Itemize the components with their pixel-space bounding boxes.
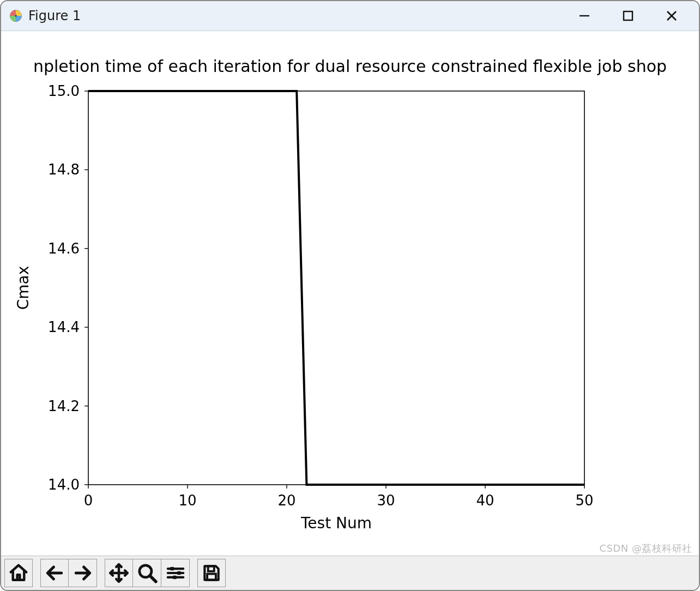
svg-rect-10 (208, 566, 214, 571)
x-tick-label: 50 (575, 492, 593, 509)
save-icon (201, 563, 222, 583)
x-axis-label: Test Num (300, 514, 372, 532)
y-tick-label: 14.0 (48, 477, 80, 493)
svg-point-1 (15, 15, 17, 17)
forward-button[interactable] (69, 559, 97, 587)
home-button[interactable] (4, 559, 33, 587)
x-tick-label: 0 (84, 492, 93, 509)
y-tick-label: 14.2 (48, 398, 80, 414)
close-button[interactable] (651, 4, 692, 28)
x-tick-label: 30 (377, 492, 395, 509)
configure-button[interactable] (161, 559, 190, 587)
y-tick-label: 14.4 (48, 319, 80, 335)
arrow-right-icon (73, 563, 93, 583)
save-button[interactable] (197, 559, 226, 587)
move-icon (108, 563, 129, 583)
x-tick-label: 40 (476, 492, 494, 509)
app-icon (9, 9, 23, 23)
y-tick-label: 14.6 (48, 240, 80, 257)
data-line (88, 91, 584, 485)
home-icon (8, 563, 29, 583)
svg-rect-7 (170, 567, 173, 570)
zoom-button[interactable] (133, 559, 161, 587)
x-tick-label: 20 (277, 492, 295, 509)
zoom-icon (137, 563, 158, 583)
back-button[interactable] (40, 559, 69, 587)
y-tick-label: 14.8 (48, 161, 80, 178)
svg-rect-9 (173, 576, 176, 579)
sliders-icon (165, 563, 186, 583)
minimize-button[interactable] (564, 4, 605, 28)
figure-window: Figure 1 npletion time of each iteration… (0, 0, 700, 591)
nav-toolbar (1, 556, 699, 590)
x-tick-label: 10 (178, 492, 196, 509)
arrow-left-icon (44, 563, 65, 583)
chart-canvas[interactable]: npletion time of each iteration for dual… (1, 31, 699, 556)
axes-frame (88, 91, 584, 485)
pan-button[interactable] (105, 559, 133, 587)
window-title: Figure 1 (28, 8, 81, 23)
chart-title: npletion time of each iteration for dual… (33, 57, 667, 76)
y-tick-label: 15.0 (48, 83, 80, 99)
svg-rect-8 (177, 571, 180, 575)
svg-rect-11 (207, 574, 216, 580)
y-axis-label: Cmax (14, 266, 32, 310)
titlebar: Figure 1 (1, 1, 699, 31)
svg-rect-3 (624, 11, 632, 20)
plot-area: npletion time of each iteration for dual… (1, 31, 699, 556)
maximize-button[interactable] (607, 4, 649, 28)
